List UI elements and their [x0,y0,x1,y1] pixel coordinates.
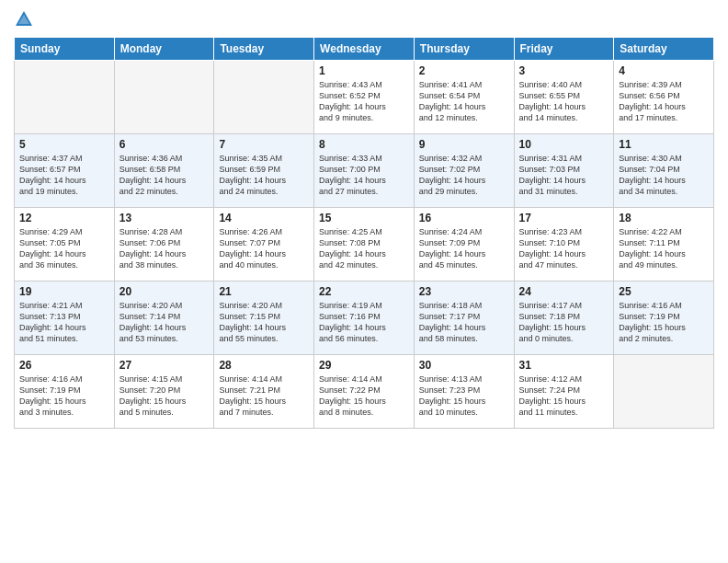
day-number: 28 [219,359,309,372]
day-number: 24 [519,285,609,298]
calendar-day-header: Tuesday [214,38,314,61]
calendar-cell: 8Sunrise: 4:33 AM Sunset: 7:00 PM Daylig… [314,134,415,208]
day-info: Sunrise: 4:20 AM Sunset: 7:15 PM Dayligh… [219,300,309,345]
calendar-cell [114,61,214,134]
day-number: 26 [19,359,109,372]
calendar-cell: 17Sunrise: 4:23 AM Sunset: 7:10 PM Dayli… [514,208,614,282]
calendar-day-header: Monday [114,38,214,61]
day-info: Sunrise: 4:20 AM Sunset: 7:14 PM Dayligh… [119,300,210,345]
day-number: 31 [519,359,609,372]
calendar-week-row: 5Sunrise: 4:37 AM Sunset: 6:57 PM Daylig… [15,134,714,208]
day-info: Sunrise: 4:22 AM Sunset: 7:11 PM Dayligh… [619,226,709,271]
calendar-cell: 20Sunrise: 4:20 AM Sunset: 7:14 PM Dayli… [114,282,214,355]
day-info: Sunrise: 4:28 AM Sunset: 7:06 PM Dayligh… [119,226,210,271]
day-info: Sunrise: 4:23 AM Sunset: 7:10 PM Dayligh… [519,226,609,271]
day-number: 4 [619,64,709,77]
calendar-cell: 1Sunrise: 4:43 AM Sunset: 6:52 PM Daylig… [314,61,415,134]
day-number: 1 [319,64,409,77]
calendar-cell: 16Sunrise: 4:24 AM Sunset: 7:09 PM Dayli… [414,208,514,282]
day-number: 23 [419,285,509,298]
day-number: 30 [419,359,509,372]
calendar-cell: 25Sunrise: 4:16 AM Sunset: 7:19 PM Dayli… [614,282,714,355]
day-info: Sunrise: 4:29 AM Sunset: 7:05 PM Dayligh… [19,226,109,271]
calendar-cell: 6Sunrise: 4:36 AM Sunset: 6:58 PM Daylig… [114,134,214,208]
calendar-week-row: 1Sunrise: 4:43 AM Sunset: 6:52 PM Daylig… [15,61,714,134]
day-info: Sunrise: 4:25 AM Sunset: 7:08 PM Dayligh… [319,226,409,271]
day-number: 13 [119,212,210,224]
day-info: Sunrise: 4:39 AM Sunset: 6:56 PM Dayligh… [619,79,709,124]
day-number: 29 [319,359,409,372]
day-number: 18 [619,212,709,224]
calendar-cell: 18Sunrise: 4:22 AM Sunset: 7:11 PM Dayli… [614,208,714,282]
calendar-cell [214,61,314,134]
day-info: Sunrise: 4:32 AM Sunset: 7:02 PM Dayligh… [419,153,509,198]
day-number: 9 [419,138,509,151]
day-number: 20 [119,285,210,298]
calendar-cell: 3Sunrise: 4:40 AM Sunset: 6:55 PM Daylig… [514,61,614,134]
logo [14,9,37,29]
calendar-cell: 29Sunrise: 4:14 AM Sunset: 7:22 PM Dayli… [314,355,415,429]
calendar-cell: 5Sunrise: 4:37 AM Sunset: 6:57 PM Daylig… [15,134,115,208]
day-number: 14 [219,212,309,224]
day-info: Sunrise: 4:33 AM Sunset: 7:00 PM Dayligh… [319,153,409,198]
logo-icon [14,9,34,29]
day-info: Sunrise: 4:16 AM Sunset: 7:19 PM Dayligh… [19,373,109,419]
calendar-day-header: Saturday [614,38,714,61]
calendar-cell: 11Sunrise: 4:30 AM Sunset: 7:04 PM Dayli… [614,134,714,208]
day-number: 7 [219,138,309,151]
calendar-cell: 24Sunrise: 4:17 AM Sunset: 7:18 PM Dayli… [514,282,614,355]
calendar-day-header: Wednesday [314,38,415,61]
day-number: 15 [319,212,409,224]
day-info: Sunrise: 4:35 AM Sunset: 6:59 PM Dayligh… [219,153,309,198]
header [14,9,714,29]
day-number: 17 [519,212,609,224]
day-info: Sunrise: 4:30 AM Sunset: 7:04 PM Dayligh… [619,153,709,198]
day-info: Sunrise: 4:14 AM Sunset: 7:21 PM Dayligh… [219,373,309,419]
day-number: 8 [319,138,409,151]
calendar-cell: 7Sunrise: 4:35 AM Sunset: 6:59 PM Daylig… [214,134,314,208]
day-number: 16 [419,212,509,224]
calendar-cell: 12Sunrise: 4:29 AM Sunset: 7:05 PM Dayli… [15,208,115,282]
calendar-week-row: 19Sunrise: 4:21 AM Sunset: 7:13 PM Dayli… [15,282,714,355]
calendar-cell: 19Sunrise: 4:21 AM Sunset: 7:13 PM Dayli… [15,282,115,355]
calendar-cell: 9Sunrise: 4:32 AM Sunset: 7:02 PM Daylig… [414,134,514,208]
calendar-cell: 27Sunrise: 4:15 AM Sunset: 7:20 PM Dayli… [114,355,214,429]
calendar: SundayMondayTuesdayWednesdayThursdayFrid… [14,37,714,429]
calendar-day-header: Sunday [15,38,115,61]
day-info: Sunrise: 4:41 AM Sunset: 6:54 PM Dayligh… [419,79,509,124]
day-number: 11 [619,138,709,151]
calendar-cell: 14Sunrise: 4:26 AM Sunset: 7:07 PM Dayli… [214,208,314,282]
calendar-cell [15,61,115,134]
day-number: 5 [19,138,109,151]
day-number: 21 [219,285,309,298]
day-info: Sunrise: 4:21 AM Sunset: 7:13 PM Dayligh… [19,300,109,345]
calendar-day-header: Friday [514,38,614,61]
day-info: Sunrise: 4:37 AM Sunset: 6:57 PM Dayligh… [19,153,109,198]
day-info: Sunrise: 4:13 AM Sunset: 7:23 PM Dayligh… [419,373,509,419]
day-number: 22 [319,285,409,298]
day-info: Sunrise: 4:18 AM Sunset: 7:17 PM Dayligh… [419,300,509,345]
calendar-cell: 21Sunrise: 4:20 AM Sunset: 7:15 PM Dayli… [214,282,314,355]
day-number: 10 [519,138,609,151]
day-info: Sunrise: 4:15 AM Sunset: 7:20 PM Dayligh… [119,373,210,419]
calendar-cell: 26Sunrise: 4:16 AM Sunset: 7:19 PM Dayli… [15,355,115,429]
calendar-cell: 31Sunrise: 4:12 AM Sunset: 7:24 PM Dayli… [514,355,614,429]
day-info: Sunrise: 4:17 AM Sunset: 7:18 PM Dayligh… [519,300,609,345]
calendar-cell: 28Sunrise: 4:14 AM Sunset: 7:21 PM Dayli… [214,355,314,429]
calendar-cell: 4Sunrise: 4:39 AM Sunset: 6:56 PM Daylig… [614,61,714,134]
page: SundayMondayTuesdayWednesdayThursdayFrid… [0,0,728,563]
calendar-week-row: 12Sunrise: 4:29 AM Sunset: 7:05 PM Dayli… [15,208,714,282]
day-number: 2 [419,64,509,77]
calendar-cell: 13Sunrise: 4:28 AM Sunset: 7:06 PM Dayli… [114,208,214,282]
day-number: 12 [19,212,109,224]
day-info: Sunrise: 4:31 AM Sunset: 7:03 PM Dayligh… [519,153,609,198]
day-info: Sunrise: 4:36 AM Sunset: 6:58 PM Dayligh… [119,153,210,198]
day-info: Sunrise: 4:40 AM Sunset: 6:55 PM Dayligh… [519,79,609,124]
calendar-header-row: SundayMondayTuesdayWednesdayThursdayFrid… [15,38,714,61]
day-info: Sunrise: 4:16 AM Sunset: 7:19 PM Dayligh… [619,300,709,345]
day-number: 6 [119,138,210,151]
calendar-cell: 2Sunrise: 4:41 AM Sunset: 6:54 PM Daylig… [414,61,514,134]
day-number: 3 [519,64,609,77]
calendar-cell: 22Sunrise: 4:19 AM Sunset: 7:16 PM Dayli… [314,282,415,355]
day-info: Sunrise: 4:26 AM Sunset: 7:07 PM Dayligh… [219,226,309,271]
